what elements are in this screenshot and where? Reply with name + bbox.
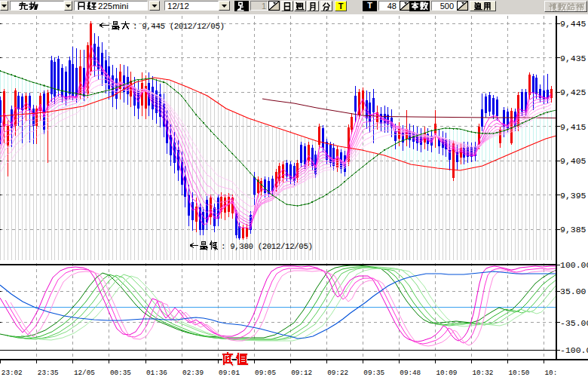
svg-text:23:35: 23:35 [38,369,59,377]
svg-text:9,445: 9,445 [560,19,586,29]
svg-text:9,435: 9,435 [560,54,586,63]
svg-text:09:22: 09:22 [327,369,348,377]
svg-text:01:36: 01:36 [146,369,167,377]
svg-text:9,385: 9,385 [560,225,586,234]
svg-text:09:48: 09:48 [400,369,421,377]
svg-text:9,425: 9,425 [560,87,586,97]
svg-text:09:05: 09:05 [255,369,276,377]
svg-text:02:39: 02:39 [182,369,204,377]
svg-text:35.00: 35.00 [560,287,586,296]
svg-text:100.00: 100.00 [560,260,588,270]
svg-text:12/05: 12/05 [74,369,95,377]
svg-text:: 9,445 (2012/12/05): : 9,445 (2012/12/05) [133,22,225,31]
svg-text:9,415: 9,415 [560,122,586,132]
svg-text:09:12: 09:12 [291,369,312,377]
svg-text:9,395: 9,395 [560,191,586,201]
svg-text:00:35: 00:35 [110,369,131,377]
svg-text:12/12: 12/12 [167,2,189,11]
svg-text:10:50: 10:50 [509,369,530,377]
svg-text:-35.00: -35.00 [560,318,588,328]
svg-text:10:09: 10:09 [436,369,457,377]
svg-text:23:02: 23:02 [2,369,23,377]
svg-text:9,405: 9,405 [560,156,586,166]
svg-text:09:35: 09:35 [363,369,384,377]
svg-text:09:01: 09:01 [219,369,240,377]
svg-text:10:: 10: [545,369,558,377]
svg-text:-100.00: -100.00 [560,345,588,355]
svg-text:10:32: 10:32 [472,369,493,377]
svg-text:225mini: 225mini [98,2,128,11]
svg-text:: 9,380 (2012/12/05): : 9,380 (2012/12/05) [221,242,313,251]
